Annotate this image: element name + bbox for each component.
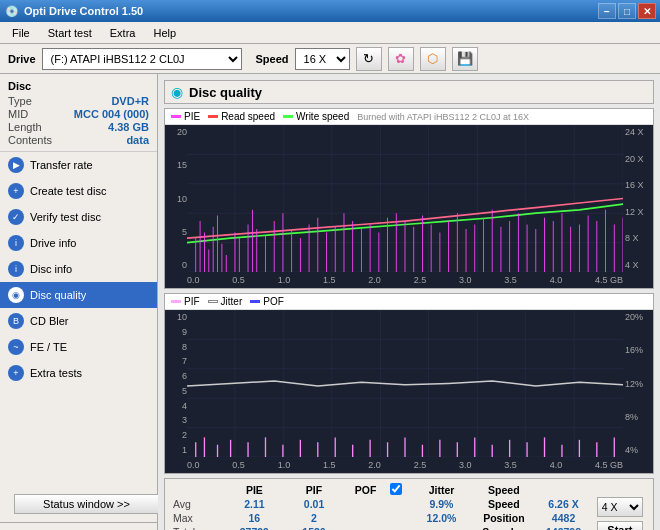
- yr-24x: 24 X: [625, 127, 651, 137]
- write-speed-legend-color: [283, 115, 293, 118]
- yr-4x: 4 X: [625, 260, 651, 270]
- sidebar-item-disc-quality[interactable]: ◉ Disc quality: [0, 282, 157, 308]
- sidebar-item-cd-bler[interactable]: B CD Bler: [0, 308, 157, 334]
- stats-checkbox-col: [390, 483, 412, 497]
- pink-button[interactable]: ✿: [388, 47, 414, 71]
- chart-title: Disc quality: [189, 85, 262, 100]
- stats-table: PIE PIF POF Jitter Speed Avg 2.11 0.01: [173, 483, 645, 530]
- total-pif: 1536: [287, 525, 341, 530]
- total-samples-label: Samples: [471, 525, 536, 530]
- cd-bler-label: CD Bler: [30, 315, 69, 327]
- legend-read-speed: Read speed: [208, 111, 275, 122]
- menu-start-test[interactable]: Start test: [40, 25, 100, 41]
- stats-header-row: PIE PIF POF Jitter Speed: [173, 483, 645, 497]
- read-speed-legend-label: Read speed: [221, 111, 275, 122]
- disc-contents-label: Contents: [8, 134, 52, 146]
- yr-16x: 16 X: [625, 180, 651, 190]
- disc-quality-title-icon: ◉: [171, 84, 183, 100]
- disc-length-value: 4.38 GB: [108, 121, 149, 133]
- bottom-legend: PIF Jitter POF: [165, 294, 653, 310]
- pof-legend-color: [250, 300, 260, 303]
- avg-jitter-spacer: [390, 497, 412, 511]
- start-button[interactable]: Start: [597, 521, 643, 530]
- top-chart-svg-area: 20 15 10 5 0 24 X 20 X 16 X 12 X 8 X 4 X: [165, 125, 653, 288]
- bottom-y-right-labels: 20% 16% 12% 8% 4%: [623, 310, 653, 457]
- drive-select[interactable]: (F:) ATAPI iHBS112 2 CL0J: [42, 48, 242, 70]
- menu-file[interactable]: File: [4, 25, 38, 41]
- transfer-rate-icon: ▶: [8, 157, 24, 173]
- total-label: Total: [173, 525, 222, 530]
- save-button[interactable]: 💾: [452, 47, 478, 71]
- legend-jitter: Jitter: [208, 296, 243, 307]
- stats-pof-header: POF: [341, 483, 390, 497]
- sidebar-item-fe-te[interactable]: ~ FE / TE: [0, 334, 157, 360]
- bottom-chart-container: PIF Jitter POF 10 9 8 7: [164, 293, 654, 474]
- total-samples-value: 142798: [536, 525, 590, 530]
- pif-legend-label: PIF: [184, 296, 200, 307]
- total-pie: 37799: [222, 525, 287, 530]
- total-jitter-empty: [412, 525, 472, 530]
- sidebar-item-disc-info[interactable]: i Disc info: [0, 256, 157, 282]
- speed-select[interactable]: 16 X Max 8 X 4 X: [295, 48, 350, 70]
- fe-te-label: FE / TE: [30, 341, 67, 353]
- avg-speed-label: Speed: [471, 497, 536, 511]
- max-pif: 2: [287, 511, 341, 525]
- sidebar-item-create-test-disc[interactable]: + Create test disc: [0, 178, 157, 204]
- sidebar-item-verify-test-disc[interactable]: ✓ Verify test disc: [0, 204, 157, 230]
- burned-info-text: Burned with ATAPI iHBS112 2 CL0J at 16X: [357, 112, 529, 122]
- yr-12x: 12 X: [625, 207, 651, 217]
- speed-select-stats[interactable]: 4 X8 X16 X: [597, 497, 643, 517]
- disc-quality-icon: ◉: [8, 287, 24, 303]
- sidebar-item-extra-tests[interactable]: + Extra tests: [0, 360, 157, 386]
- y-label-0: 0: [165, 260, 187, 270]
- disc-type-label: Type: [8, 95, 32, 107]
- close-button[interactable]: ✕: [638, 3, 656, 19]
- drivebar: Drive (F:) ATAPI iHBS112 2 CL0J Speed 16…: [0, 44, 660, 74]
- nav-items: ▶ Transfer rate + Create test disc ✓ Ver…: [0, 152, 157, 486]
- drive-info-label: Drive info: [30, 237, 76, 249]
- extra-tests-icon: +: [8, 365, 24, 381]
- orange-button[interactable]: ⬡: [420, 47, 446, 71]
- read-speed-legend-color: [208, 115, 218, 118]
- disc-length-label: Length: [8, 121, 42, 133]
- sidebar-item-drive-info[interactable]: i Drive info: [0, 230, 157, 256]
- jitter-checkbox[interactable]: [390, 483, 402, 495]
- jitter-legend-label: Jitter: [221, 296, 243, 307]
- y-label-10: 10: [165, 194, 187, 204]
- sidebar-item-transfer-rate[interactable]: ▶ Transfer rate: [0, 152, 157, 178]
- maximize-button[interactable]: □: [618, 3, 636, 19]
- bottom-x-labels: 0.0 0.5 1.0 1.5 2.0 2.5 3.0 3.5 4.0 4.5 …: [187, 457, 623, 473]
- total-pof: [341, 525, 390, 530]
- menu-help[interactable]: Help: [145, 25, 184, 41]
- top-chart-container: PIE Read speed Write speed Burned with A…: [164, 108, 654, 289]
- yr-8x: 8 X: [625, 233, 651, 243]
- refresh-button[interactable]: ↻: [356, 47, 382, 71]
- app-icon: 💿: [4, 3, 20, 19]
- top-y-labels: 20 15 10 5 0: [165, 125, 187, 272]
- verify-test-disc-icon: ✓: [8, 209, 24, 225]
- bottom-y-labels: 10 9 8 7 6 5 4 3 2 1: [165, 310, 187, 457]
- pie-legend-color: [171, 115, 181, 118]
- status-window-button[interactable]: Status window >>: [14, 494, 159, 514]
- chart-header: ◉ Disc quality: [164, 80, 654, 104]
- create-test-disc-label: Create test disc: [30, 185, 106, 197]
- extra-tests-label: Extra tests: [30, 367, 82, 379]
- menu-extra[interactable]: Extra: [102, 25, 144, 41]
- avg-label: Avg: [173, 497, 222, 511]
- main-layout: Disc Type DVD+R MID MCC 004 (000) Length…: [0, 74, 660, 530]
- status-bar: Test completed 14:22: [0, 522, 157, 530]
- stats-col-label-header: [173, 483, 222, 497]
- disc-contents-value: data: [126, 134, 149, 146]
- top-y-right-labels: 24 X 20 X 16 X 12 X 8 X 4 X: [623, 125, 653, 272]
- avg-pie: 2.11: [222, 497, 287, 511]
- menubar: File Start test Extra Help: [0, 22, 660, 44]
- minimize-button[interactable]: −: [598, 3, 616, 19]
- bottom-chart-svg-area: 10 9 8 7 6 5 4 3 2 1 20% 16% 12% 8%: [165, 310, 653, 473]
- jitter-legend-color: [208, 300, 218, 303]
- max-label: Max: [173, 511, 222, 525]
- verify-test-disc-label: Verify test disc: [30, 211, 101, 223]
- avg-jitter: 9.9%: [412, 497, 472, 511]
- drive-label: Drive: [8, 53, 36, 65]
- legend-pof: POF: [250, 296, 284, 307]
- max-jitter-spacer: [390, 511, 412, 525]
